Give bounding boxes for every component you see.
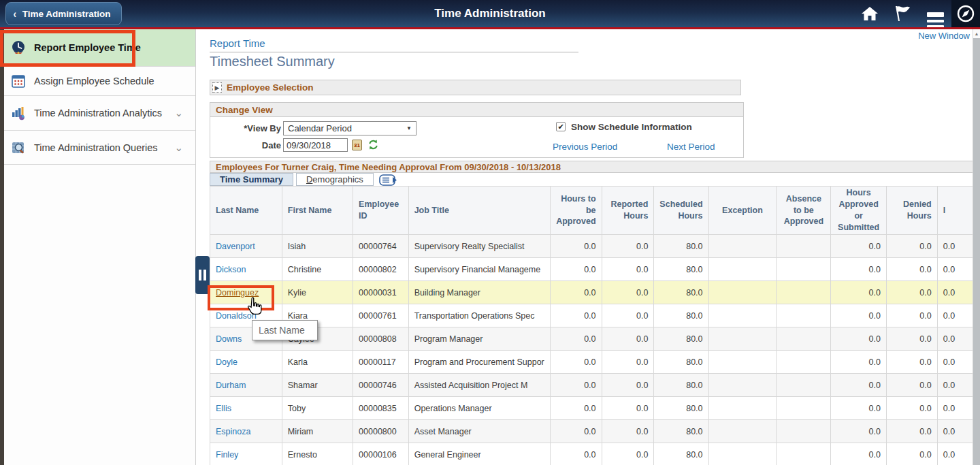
navbar-menu-icon[interactable] (919, 0, 951, 27)
column-header: I (937, 187, 973, 235)
table-cell-job: Supervisory Financial Manageme (408, 258, 550, 281)
table-cell-absence (777, 258, 831, 281)
employee-selection-section[interactable]: ▶ Employee Selection (210, 80, 741, 95)
table-cell-approved_submitted: 0.0 (831, 374, 887, 397)
table-cell-exception (708, 281, 777, 304)
last-name-link[interactable]: Finley (216, 450, 238, 460)
breadcrumb[interactable]: Report Time (210, 37, 265, 49)
vertical-scrollbar[interactable]: ▲ (973, 29, 980, 465)
table-cell-emp_id: 00000106 (353, 443, 409, 465)
table-cell-absence (777, 420, 831, 443)
tab-time-summary[interactable]: Time Summary (210, 173, 293, 186)
timesheet-table: Last NameFirst NameEmployee IDJob TitleH… (210, 186, 973, 465)
previous-period-link[interactable]: Previous Period (553, 142, 617, 152)
table-cell-hours_to_approve: 0.0 (550, 304, 602, 327)
calendar-prompt-icon[interactable]: 31 (352, 140, 362, 150)
employee-selection-label: Employee Selection (227, 82, 314, 93)
sidebar-item-label: Report Employee Time (34, 42, 141, 53)
home-icon[interactable] (853, 0, 886, 27)
table-cell-job: General Engineer (408, 443, 550, 465)
show-all-columns-icon[interactable] (379, 174, 398, 186)
table-cell-denied: 0.0 (886, 281, 937, 304)
table-cell-scheduled: 80.0 (654, 281, 708, 304)
table-cell-exception (708, 443, 777, 465)
sidebar-item-time-administration-queries[interactable]: Time Administration Queries ⌄ (4, 131, 195, 165)
table-cell-exception (708, 397, 777, 420)
table-row: DonaldsonKiara00000761Transportation Ope… (210, 304, 973, 327)
table-cell-absence (777, 235, 831, 258)
date-label: Date (216, 140, 281, 150)
column-header: Reported Hours (602, 187, 654, 235)
table-cell-reported: 0.0 (602, 304, 654, 327)
table-cell-scheduled: 80.0 (654, 443, 708, 465)
top-navigation-bar: ‹ Time Administration Time Administratio… (0, 0, 980, 27)
table-cell-clipped: 0.0 (937, 258, 973, 281)
sidebar-item-time-administration-analytics[interactable]: Time Administration Analytics ⌄ (4, 96, 195, 131)
view-by-dropdown[interactable]: Calendar Period ▼ (283, 121, 416, 135)
table-cell-first: Isiah (282, 235, 353, 258)
table-cell-denied: 0.0 (886, 397, 937, 420)
last-name-link[interactable]: Dominguez (216, 288, 259, 298)
last-name-link[interactable]: Espinoza (216, 427, 250, 436)
change-view-title: Change View (216, 105, 273, 115)
last-name-link[interactable]: Doyle (216, 357, 238, 367)
expand-arrow-icon[interactable]: ▶ (212, 82, 222, 93)
dropdown-arrow-icon: ▼ (406, 125, 412, 131)
new-window-link[interactable]: New Window (918, 31, 970, 41)
sidebar-item-assign-employee-schedule[interactable]: Assign Employee Schedule (4, 67, 195, 96)
table-cell-job: Building Manager (408, 281, 550, 304)
table-cell-first: Toby (282, 397, 353, 420)
table-cell-absence (777, 281, 831, 304)
table-cell-approved_submitted: 0.0 (831, 443, 887, 465)
column-header: First Name (282, 187, 353, 235)
refresh-icon[interactable] (368, 139, 379, 150)
chevron-down-icon: ⌄ (174, 107, 183, 119)
table-cell-clipped: 0.0 (937, 374, 973, 397)
table-cell-absence (777, 327, 831, 351)
last-name-link[interactable]: Ellis (216, 404, 231, 413)
table-cell-first: Shamar (282, 374, 353, 397)
table-cell-denied: 0.0 (886, 258, 937, 281)
table-cell-approved_submitted: 0.0 (831, 420, 887, 443)
table-cell-exception (708, 235, 777, 258)
table-cell-reported: 0.0 (602, 420, 654, 443)
clock-icon (11, 40, 26, 55)
table-cell-last: Dickson (210, 258, 282, 281)
last-name-link[interactable]: Dickson (216, 265, 246, 274)
next-period-link[interactable]: Next Period (667, 142, 715, 152)
last-name-link[interactable]: Durham (216, 381, 246, 390)
table-cell-emp_id: 00000800 (353, 420, 409, 443)
sidebar-item-report-employee-time[interactable]: Report Employee Time (4, 29, 195, 67)
sidebar-collapse-handle[interactable] (195, 256, 210, 294)
show-schedule-checkbox[interactable]: ✔ (556, 122, 566, 131)
tab-demographics[interactable]: Demographics (296, 173, 374, 186)
column-header: Absence to be Approved (777, 187, 831, 235)
table-cell-clipped: 0.0 (937, 304, 973, 327)
scrollbar-thumb[interactable] (973, 38, 980, 465)
scroll-up-icon[interactable]: ▲ (973, 29, 980, 38)
sidebar: Report Employee Time Assign Employee Sch… (4, 29, 195, 465)
last-name-link[interactable]: Downs (216, 334, 242, 344)
table-cell-approved_submitted: 0.0 (831, 327, 887, 351)
analytics-chart-icon (11, 106, 26, 121)
last-name-link[interactable]: Davenport (216, 242, 255, 251)
flag-icon[interactable] (886, 0, 919, 27)
date-input[interactable] (283, 138, 348, 152)
table-cell-job: Program Manager (408, 327, 550, 351)
table-cell-denied: 0.0 (886, 235, 937, 258)
table-cell-hours_to_approve: 0.0 (550, 397, 602, 420)
table-cell-denied: 0.0 (886, 374, 937, 397)
table-cell-reported: 0.0 (602, 281, 654, 304)
table-cell-scheduled: 80.0 (654, 304, 708, 327)
column-header: Hours to be Approved (550, 187, 602, 235)
main-content: New Window Report Time Timesheet Summary… (196, 29, 973, 465)
table-cell-first: Kylie (282, 281, 353, 304)
table-cell-hours_to_approve: 0.0 (550, 281, 602, 304)
header-icons (853, 0, 980, 27)
table-cell-emp_id: 00000746 (353, 374, 409, 397)
table-cell-absence (777, 397, 831, 420)
chevron-down-icon: ⌄ (174, 142, 183, 154)
table-cell-emp_id: 00000835 (353, 397, 409, 420)
table-cell-emp_id: 00000031 (353, 281, 409, 304)
compass-icon[interactable] (951, 0, 980, 27)
